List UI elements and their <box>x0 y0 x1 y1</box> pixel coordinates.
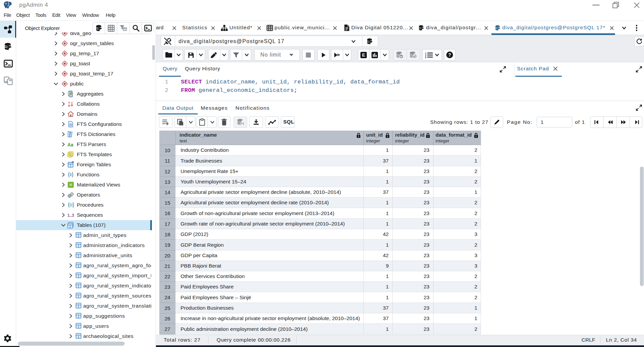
svg-text:?: ? <box>448 52 451 58</box>
svg-text:B: B <box>68 104 70 107</box>
svg-text:3: 3 <box>425 56 426 58</box>
svg-text:Aa: Aa <box>67 142 73 147</box>
svg-text:1..3: 1..3 <box>67 213 74 218</box>
